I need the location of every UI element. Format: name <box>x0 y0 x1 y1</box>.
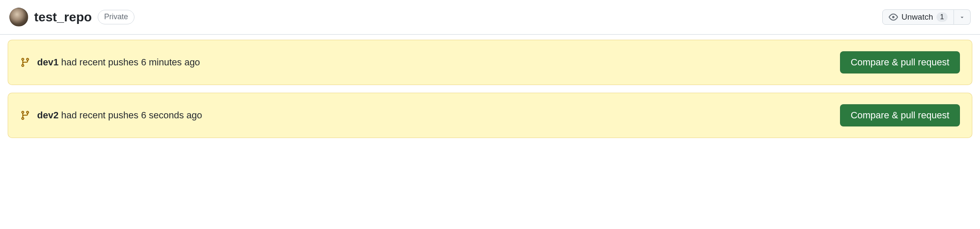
repo-header: test_repo Private Unwatch 1 <box>0 0 980 35</box>
recent-push-sentence: dev2 had recent pushes 6 seconds ago <box>37 110 202 121</box>
branch-name: dev1 <box>37 57 58 68</box>
git-branch-icon <box>20 57 30 68</box>
repo-header-left: test_repo Private <box>9 8 134 26</box>
recent-push-alert: dev1 had recent pushes 6 minutes ago Com… <box>8 40 972 85</box>
recent-push-sentence: dev1 had recent pushes 6 minutes ago <box>37 57 200 68</box>
triangle-down-icon <box>959 14 965 20</box>
watch-count-badge: 1 <box>936 12 948 22</box>
recent-push-text: dev1 had recent pushes 6 minutes ago <box>20 57 200 68</box>
unwatch-label: Unwatch <box>901 12 933 22</box>
git-branch-icon <box>20 110 30 120</box>
compare-pull-request-button[interactable]: Compare & pull request <box>840 51 960 73</box>
repo-name[interactable]: test_repo <box>34 10 92 24</box>
recent-push-suffix: had recent pushes 6 minutes ago <box>58 57 200 68</box>
owner-avatar[interactable] <box>9 8 28 26</box>
eye-icon <box>889 12 898 22</box>
recent-pushes-list: dev1 had recent pushes 6 minutes ago Com… <box>0 35 980 146</box>
branch-name: dev2 <box>37 110 58 120</box>
watch-dropdown-button[interactable] <box>954 9 971 25</box>
visibility-badge: Private <box>98 10 134 24</box>
recent-push-text: dev2 had recent pushes 6 seconds ago <box>20 110 202 121</box>
recent-push-alert: dev2 had recent pushes 6 seconds ago Com… <box>8 93 972 138</box>
compare-pull-request-button[interactable]: Compare & pull request <box>840 104 960 126</box>
recent-push-suffix: had recent pushes 6 seconds ago <box>58 110 202 120</box>
repo-header-right: Unwatch 1 <box>882 9 971 25</box>
unwatch-button[interactable]: Unwatch 1 <box>882 9 954 25</box>
